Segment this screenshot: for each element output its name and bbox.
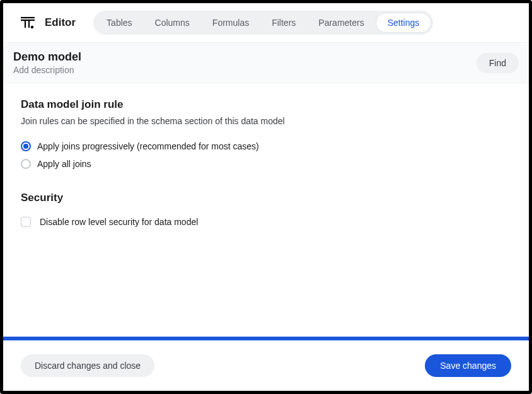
- radio-apply-progressively[interactable]: Apply joins progressively (recommended f…: [21, 141, 511, 151]
- security-title: Security: [21, 192, 511, 204]
- join-rule-subtitle: Join rules can be specified in the schem…: [21, 116, 511, 126]
- radio-icon: [21, 159, 31, 169]
- footer: Discard changes and close Save changes: [3, 340, 529, 391]
- svg-point-4: [31, 26, 33, 28]
- checkbox-icon: [21, 217, 31, 227]
- subheader: Demo model Add description Find: [3, 42, 529, 83]
- radio-label: Apply joins progressively (recommended f…: [37, 141, 259, 151]
- tab-filters[interactable]: Filters: [260, 13, 307, 32]
- tab-formulas[interactable]: Formulas: [201, 13, 260, 32]
- join-rule-radio-group: Apply joins progressively (recommended f…: [21, 141, 511, 169]
- app-title: Editor: [45, 16, 76, 29]
- top-bar: Editor Tables Columns Formulas Filters P…: [3, 3, 529, 42]
- logo-icon: [21, 16, 35, 30]
- settings-content: Data model join rule Join rules can be s…: [3, 83, 529, 337]
- join-rule-title: Data model join rule: [21, 98, 511, 111]
- find-button[interactable]: Find: [477, 53, 519, 73]
- tab-tables[interactable]: Tables: [95, 13, 143, 32]
- discard-button[interactable]: Discard changes and close: [21, 354, 154, 377]
- radio-apply-all[interactable]: Apply all joins: [21, 159, 511, 169]
- tabs-container: Tables Columns Formulas Filters Paramete…: [93, 11, 433, 35]
- checkbox-label: Disable row level security for data mode…: [40, 217, 198, 227]
- radio-icon: [21, 141, 31, 151]
- checkbox-disable-rls[interactable]: Disable row level security for data mode…: [21, 217, 511, 227]
- model-name[interactable]: Demo model: [13, 50, 81, 64]
- tab-columns[interactable]: Columns: [144, 13, 201, 32]
- save-button[interactable]: Save changes: [425, 354, 511, 377]
- tab-parameters[interactable]: Parameters: [307, 13, 375, 32]
- tab-settings[interactable]: Settings: [376, 13, 432, 33]
- subheader-left: Demo model Add description: [13, 50, 81, 75]
- radio-label: Apply all joins: [37, 159, 91, 169]
- model-description-placeholder[interactable]: Add description: [13, 65, 81, 75]
